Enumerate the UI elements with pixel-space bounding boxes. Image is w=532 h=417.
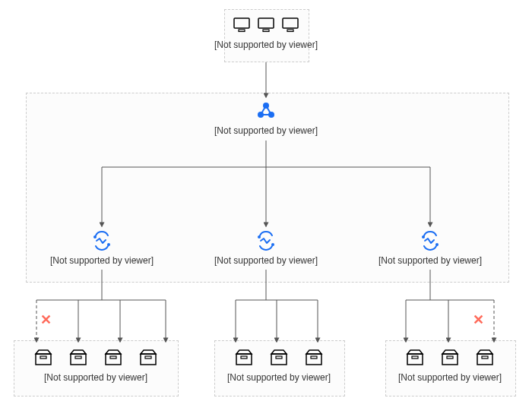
svg-rect-27 bbox=[241, 356, 247, 359]
svg-rect-5 bbox=[287, 30, 293, 32]
ecs-right-icon-row bbox=[369, 229, 491, 252]
ecs-left-icon-row bbox=[41, 229, 163, 252]
svg-point-12 bbox=[93, 235, 97, 239]
svg-rect-20 bbox=[71, 354, 86, 365]
ecs-icon bbox=[91, 231, 112, 251]
ecs-center-node: [Not supported by viewer] bbox=[205, 229, 327, 266]
svg-point-15 bbox=[271, 243, 274, 246]
svg-point-14 bbox=[258, 235, 261, 239]
ecs-icon bbox=[420, 231, 441, 251]
monitor-icons bbox=[205, 14, 327, 36]
load-balancer-icon bbox=[256, 101, 276, 121]
monitor-icon bbox=[282, 17, 299, 33]
svg-rect-24 bbox=[141, 354, 156, 365]
svg-rect-25 bbox=[145, 356, 151, 359]
storage-center-node: [Not supported by viewer] bbox=[219, 346, 339, 383]
storage-box-icon bbox=[406, 349, 424, 366]
svg-rect-33 bbox=[412, 356, 418, 359]
svg-rect-21 bbox=[75, 356, 81, 359]
svg-rect-18 bbox=[36, 354, 51, 365]
storage-box-icon bbox=[235, 349, 253, 366]
svg-rect-35 bbox=[447, 356, 453, 359]
storage-box-icon bbox=[305, 349, 323, 366]
ecs-icon bbox=[255, 231, 277, 251]
svg-point-13 bbox=[107, 243, 110, 246]
svg-point-17 bbox=[435, 243, 439, 246]
svg-rect-32 bbox=[407, 354, 423, 365]
load-balancer-icon-row bbox=[205, 100, 327, 122]
svg-rect-26 bbox=[236, 354, 252, 365]
storage-center-caption: [Not supported by viewer] bbox=[219, 372, 339, 383]
svg-rect-19 bbox=[40, 356, 46, 359]
clients-caption: [Not supported by viewer] bbox=[205, 39, 327, 50]
ecs-center-caption: [Not supported by viewer] bbox=[205, 255, 327, 266]
clients-node: [Not supported by viewer] bbox=[205, 14, 327, 50]
storage-left-caption: [Not supported by viewer] bbox=[20, 372, 172, 383]
storage-center-icons bbox=[219, 346, 339, 369]
storage-box-icon bbox=[104, 349, 122, 366]
svg-rect-36 bbox=[477, 354, 492, 365]
svg-rect-28 bbox=[271, 354, 287, 365]
svg-rect-1 bbox=[239, 30, 245, 32]
storage-box-icon bbox=[270, 349, 288, 366]
monitor-icon bbox=[233, 17, 250, 33]
svg-point-16 bbox=[422, 235, 425, 239]
monitor-icon bbox=[258, 17, 274, 33]
storage-box-icon bbox=[441, 349, 459, 366]
ecs-right-node: [Not supported by viewer] bbox=[369, 229, 491, 266]
load-balancer-caption: [Not supported by viewer] bbox=[205, 125, 327, 136]
storage-left-node: [Not supported by viewer] bbox=[20, 346, 172, 383]
ecs-left-node: [Not supported by viewer] bbox=[41, 229, 163, 266]
x-mark-right: ✕ bbox=[473, 311, 484, 328]
load-balancer-node: [Not supported by viewer] bbox=[205, 100, 327, 136]
storage-box-icon bbox=[139, 349, 157, 366]
svg-rect-0 bbox=[234, 18, 249, 28]
svg-rect-3 bbox=[263, 30, 269, 32]
ecs-center-icon-row bbox=[205, 229, 327, 252]
svg-rect-37 bbox=[482, 356, 488, 359]
storage-right-caption: [Not supported by viewer] bbox=[390, 372, 510, 383]
storage-right-node: [Not supported by viewer] bbox=[390, 346, 510, 383]
storage-box-icon bbox=[34, 349, 52, 366]
svg-rect-29 bbox=[276, 356, 282, 359]
ecs-left-caption: [Not supported by viewer] bbox=[41, 255, 163, 266]
storage-right-icons bbox=[390, 346, 510, 369]
svg-rect-31 bbox=[311, 356, 317, 359]
storage-box-icon bbox=[476, 349, 494, 366]
storage-left-icons bbox=[20, 346, 172, 369]
storage-box-icon bbox=[69, 349, 87, 366]
x-mark-left: ✕ bbox=[40, 311, 52, 328]
svg-rect-23 bbox=[110, 356, 116, 359]
svg-rect-2 bbox=[258, 18, 274, 28]
ecs-right-caption: [Not supported by viewer] bbox=[369, 255, 491, 266]
svg-rect-34 bbox=[442, 354, 458, 365]
svg-rect-30 bbox=[306, 354, 321, 365]
svg-rect-4 bbox=[283, 18, 298, 28]
svg-rect-22 bbox=[106, 354, 121, 365]
